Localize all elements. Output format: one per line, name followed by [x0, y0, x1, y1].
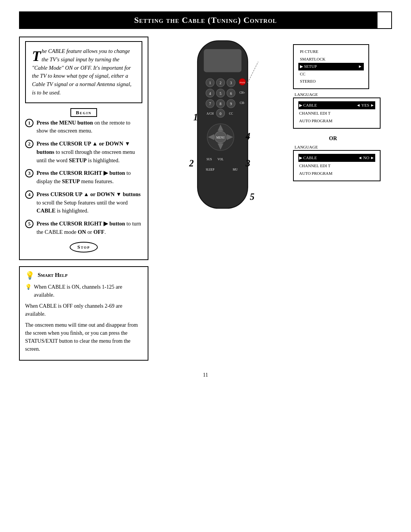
- svg-text:1: 1: [193, 112, 198, 122]
- channel-edit-item-1: CHANNEL EDI T: [298, 109, 375, 117]
- setup-arrow: ►: [358, 63, 362, 70]
- svg-text:8: 8: [220, 102, 221, 106]
- title-bar: Setting the Cable (Tuning) Control: [19, 11, 392, 29]
- svg-text:5: 5: [220, 91, 221, 96]
- right-column: 1 2 3 PWR 4 5 6 CH+: [156, 37, 392, 361]
- screen-3-title: LANGUAGE: [293, 145, 392, 149]
- screen-2: ▶ CABLE ◄ YES ► CHANNEL EDI T AUTO PROGR…: [293, 97, 381, 129]
- screens-column: PI CTURE SMARTLOCK ▶ SETUP ► CC STEREO L…: [289, 37, 392, 254]
- step-5-content: Press the CURSOR RIGHT ▶ button to turn …: [37, 220, 142, 236]
- svg-text:9: 9: [230, 102, 232, 106]
- smart-help-item-3: The onscreen menu will time out and disa…: [25, 321, 142, 353]
- svg-line-44: [248, 62, 258, 83]
- screen-3: ▶ CABLE ◄ NO ► CHANNEL EDI T AUTO PROGRA…: [293, 150, 381, 181]
- begin-text: Begin: [70, 108, 97, 117]
- left-column: The CABLE feature allows you to change t…: [19, 37, 148, 361]
- intro-box: The CABLE feature allows you to change t…: [25, 41, 142, 103]
- svg-text:7: 7: [209, 102, 211, 106]
- svg-text:2: 2: [189, 158, 194, 168]
- auto-program-item-2: AUTO PROGRAM: [298, 169, 375, 177]
- main-content: The CABLE feature allows you to change t…: [19, 37, 392, 361]
- cable-yes-item: ▶ CABLE ◄ YES ►: [298, 101, 375, 109]
- svg-text:4: 4: [209, 91, 211, 96]
- page-title: Setting the Cable (Tuning) Control: [134, 15, 277, 25]
- svg-text:A/CH: A/CH: [207, 112, 214, 115]
- screen-2-wrapper: LANGUAGE ▶ CABLE ◄ YES ► CHANNEL EDI T A…: [293, 92, 392, 131]
- step-3-content: Press the CURSOR RIGHT ▶ button to displ…: [37, 169, 142, 186]
- smart-help-item-1: 💡 When CABLE is ON, channels 1-125 are a…: [25, 283, 142, 299]
- step-1-bold: Press the MENU button: [37, 120, 93, 126]
- svg-text:CH+: CH+: [239, 91, 245, 94]
- menu-item-cc: CC: [298, 70, 364, 78]
- right-content: 1 2 3 PWR 4 5 6 CH+: [156, 37, 392, 254]
- step-1-content: Press the MENU button on the remote to s…: [37, 119, 142, 136]
- smart-help-text-1: When CABLE is ON, channels 1-125 are ava…: [34, 283, 142, 299]
- remote-column: 1 2 3 PWR 4 5 6 CH+: [156, 37, 289, 254]
- step-num-4: 4: [25, 190, 33, 199]
- step-5-bold: Press the CURSOR RIGHT ▶ button: [37, 220, 125, 227]
- step-2: 2 Press the CURSOR UP ▲ or DOWN ▼ button…: [25, 140, 142, 165]
- page-number: 11: [19, 372, 392, 378]
- svg-text:VOL: VOL: [218, 158, 224, 161]
- cable-no-item: ▶ CABLE ◄ NO ►: [298, 154, 375, 162]
- stop-text: Stop: [70, 242, 98, 252]
- begin-label: Begin: [25, 109, 142, 116]
- svg-text:CH-: CH-: [240, 101, 245, 105]
- smart-help-box: 💡 Smart Help 💡 When CABLE is ON, channel…: [19, 266, 148, 361]
- drop-cap: T: [32, 49, 41, 63]
- step-2-bold: Press the CURSOR UP ▲ or DOWN ▼ buttons: [37, 141, 130, 155]
- menu-item-setup: ▶ SETUP ►: [298, 63, 364, 70]
- svg-text:3: 3: [245, 158, 250, 168]
- smart-help-item-2: When CABLE is OFF only channels 2-69 are…: [25, 302, 142, 318]
- svg-text:4: 4: [245, 131, 250, 141]
- screen-3-wrapper: LANGUAGE ▶ CABLE ◄ NO ► CHANNEL EDI T AU…: [293, 145, 392, 184]
- svg-text:2: 2: [220, 81, 221, 85]
- step-4: 4 Press CURSOR UP ▲ or DOWN ▼ buttons to…: [25, 190, 142, 215]
- svg-text:6: 6: [230, 91, 232, 96]
- step-2-content: Press the CURSOR UP ▲ or DOWN ▼ buttons …: [37, 140, 142, 165]
- svg-text:SUS: SUS: [207, 158, 212, 161]
- menu-item-smartlock: SMARTLOCK: [298, 56, 364, 63]
- svg-text:PWR: PWR: [240, 81, 245, 84]
- intro-and-steps-box: The CABLE feature allows you to change t…: [19, 37, 148, 260]
- screen-2-title: LANGUAGE: [293, 92, 392, 97]
- step-num-2: 2: [25, 140, 33, 148]
- menu-item-picture: PI CTURE: [298, 48, 364, 56]
- svg-rect-1: [204, 49, 242, 72]
- page-wrapper: Setting the Cable (Tuning) Control The C…: [0, 0, 411, 532]
- or-text: OR: [289, 136, 392, 142]
- channel-edit-item-2: CHANNEL EDI T: [298, 162, 375, 170]
- step-4-content: Press CURSOR UP ▲ or DOWN ▼ buttons to s…: [37, 190, 142, 215]
- step-1: 1 Press the MENU button on the remote to…: [25, 119, 142, 136]
- step-5: 5 Press the CURSOR RIGHT ▶ button to tur…: [25, 220, 142, 236]
- step-3: 3 Press the CURSOR RIGHT ▶ button to dis…: [25, 169, 142, 186]
- intro-text: he CABLE feature allows you to change th…: [32, 48, 131, 96]
- smart-help-title: Smart Help: [38, 272, 67, 278]
- auto-program-item-1: AUTO PROGRAM: [298, 117, 375, 125]
- step-num-3: 3: [25, 169, 33, 177]
- screen-1: PI CTURE SMARTLOCK ▶ SETUP ► CC STEREO: [293, 44, 369, 89]
- svg-text:MENU: MENU: [216, 136, 225, 139]
- bulb-icon: 💡: [25, 271, 35, 280]
- svg-text:0: 0: [220, 112, 221, 116]
- step-3-bold: Press the CURSOR RIGHT ▶ button: [37, 170, 125, 176]
- step-num-1: 1: [25, 119, 33, 127]
- svg-text:5: 5: [250, 192, 255, 202]
- step-4-bold: Press CURSOR UP ▲ or DOWN ▼ buttons: [37, 191, 140, 197]
- menu-item-stereo: STEREO: [298, 78, 364, 85]
- step-num-5: 5: [25, 220, 33, 228]
- smart-help-header: 💡 Smart Help: [25, 271, 142, 280]
- svg-text:MU: MU: [233, 168, 238, 171]
- corner-box: [377, 11, 392, 29]
- svg-text:SLEEP: SLEEP: [206, 168, 215, 171]
- svg-text:CC: CC: [229, 112, 233, 115]
- bulb-icon-2: 💡: [25, 283, 32, 291]
- stop-label: Stop: [25, 242, 142, 252]
- svg-text:3: 3: [230, 81, 232, 85]
- remote-svg: 1 2 3 PWR 4 5 6 CH+: [181, 37, 264, 254]
- svg-text:1: 1: [209, 81, 211, 85]
